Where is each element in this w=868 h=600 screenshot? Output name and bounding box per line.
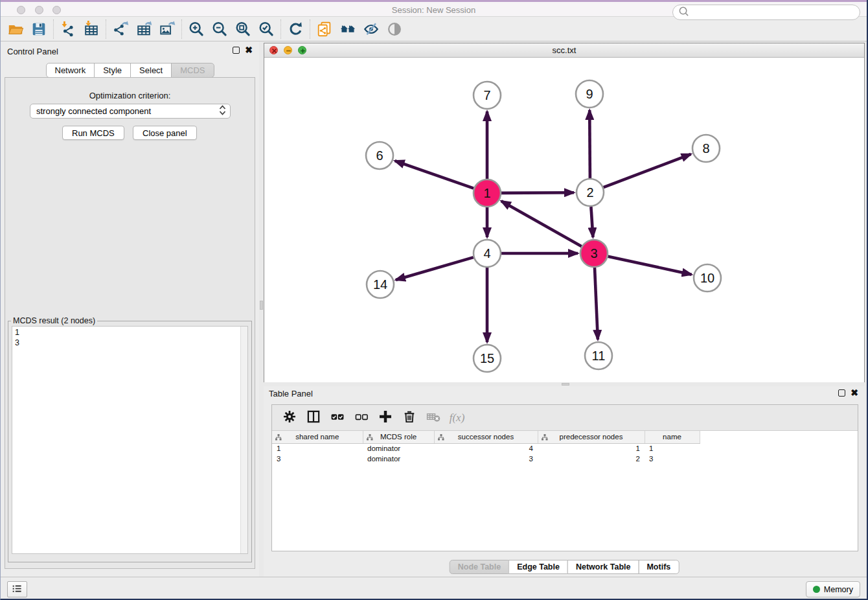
search-input[interactable] xyxy=(692,8,854,17)
column-header-shared-name[interactable]: shared name xyxy=(272,431,363,443)
close-panel-button[interactable]: Close panel xyxy=(133,126,197,140)
column-header-successor-nodes[interactable]: successor nodes xyxy=(434,431,538,443)
delete-column-button[interactable] xyxy=(397,407,421,429)
table-row[interactable]: 1dominator411 xyxy=(272,443,700,454)
edge-1-6[interactable] xyxy=(395,161,474,189)
cell-1-0[interactable]: 3 xyxy=(272,454,363,464)
function-builder-button[interactable]: f(x) xyxy=(445,407,469,429)
save-session-button[interactable] xyxy=(27,18,51,40)
graph-node-8[interactable]: 8 xyxy=(692,135,720,162)
table-panel-float-icon[interactable] xyxy=(838,389,845,397)
show-all-icon xyxy=(386,21,403,38)
open-session-button[interactable] xyxy=(4,18,27,40)
memory-button[interactable]: Memory xyxy=(806,581,860,597)
zoom-out-button[interactable] xyxy=(208,18,231,40)
graph-node-2[interactable]: 2 xyxy=(577,179,604,206)
cell-1-2[interactable]: 3 xyxy=(434,454,538,464)
show-all-button[interactable] xyxy=(383,18,406,40)
table-panel-close-icon[interactable]: ✖ xyxy=(851,389,858,397)
edge-2-3[interactable] xyxy=(591,207,593,237)
cell-1-3[interactable]: 2 xyxy=(538,454,645,464)
graph-node-10[interactable]: 10 xyxy=(694,264,721,292)
tab-motifs[interactable]: Motifs xyxy=(638,560,679,574)
settings-gear-button[interactable] xyxy=(277,407,301,429)
control-panel-close-icon[interactable]: ✖ xyxy=(245,47,253,54)
svg-text:8: 8 xyxy=(702,141,709,156)
cell-0-4[interactable]: 1 xyxy=(645,443,700,454)
tab-network[interactable]: Network xyxy=(45,63,95,78)
deselect-all-columns-button[interactable] xyxy=(349,407,373,429)
network-canvas[interactable]: 1234678910111415 xyxy=(264,58,864,382)
optimization-criterion-label: Optimization criterion: xyxy=(5,91,255,100)
tab-network-table[interactable]: Network Table xyxy=(567,560,639,574)
edge-2-8[interactable] xyxy=(604,154,691,187)
graph-node-9[interactable]: 9 xyxy=(576,80,603,108)
tab-style[interactable]: Style xyxy=(94,63,131,78)
hide-selected-button[interactable] xyxy=(360,18,383,40)
add-column-button[interactable] xyxy=(373,407,397,429)
zoom-selected-button[interactable] xyxy=(255,18,278,40)
result-scrollbar[interactable] xyxy=(240,327,247,553)
import-table-button[interactable] xyxy=(80,18,103,40)
zoom-fit-icon xyxy=(234,21,251,38)
criterion-dropdown-value: strongly connected component xyxy=(36,106,219,116)
graph-node-15[interactable]: 15 xyxy=(474,345,501,372)
zoom-in-button[interactable] xyxy=(185,18,208,40)
graph-node-14[interactable]: 14 xyxy=(367,271,394,298)
mcds-result-box: MCDS result (2 nodes) 1 3 xyxy=(8,316,252,562)
export-table-button[interactable] xyxy=(132,18,155,40)
export-image-button[interactable] xyxy=(155,18,179,40)
cell-0-0[interactable]: 1 xyxy=(272,443,363,454)
cell-0-3[interactable]: 1 xyxy=(538,443,645,454)
tab-select[interactable]: Select xyxy=(130,63,172,78)
node-table-container: f(x) shared nameMCDS rolesuccessor nodes… xyxy=(271,404,858,551)
graph-node-1[interactable]: 1 xyxy=(474,179,501,207)
refresh-button[interactable] xyxy=(284,18,307,40)
cell-0-1[interactable]: dominator xyxy=(363,443,434,454)
import-table-icon xyxy=(83,21,100,38)
graph-node-6[interactable]: 6 xyxy=(366,142,393,169)
task-history-button[interactable] xyxy=(7,581,27,597)
import-network-icon xyxy=(60,21,76,38)
graph-node-4[interactable]: 4 xyxy=(474,240,501,267)
column-tree-icon xyxy=(275,434,282,442)
main-toolbar xyxy=(1,17,867,41)
edge-3-11[interactable] xyxy=(595,268,598,340)
network-graph[interactable]: 1234678910111415 xyxy=(264,58,864,382)
export-network-button[interactable] xyxy=(109,18,132,40)
network-window-titlebar[interactable]: scc.txt xyxy=(264,43,864,58)
control-panel-float-icon[interactable] xyxy=(233,47,240,54)
graph-node-11[interactable]: 11 xyxy=(585,342,612,369)
zoom-fit-button[interactable] xyxy=(231,18,255,40)
cell-1-1[interactable]: dominator xyxy=(363,454,434,464)
vertical-splitter[interactable] xyxy=(259,41,264,577)
edge-1-2[interactable] xyxy=(501,192,574,193)
edge-2-9[interactable] xyxy=(589,110,590,178)
edge-4-14[interactable] xyxy=(396,257,474,280)
edge-3-10[interactable] xyxy=(608,257,692,275)
column-header-name[interactable]: name xyxy=(645,431,700,443)
column-header-predecessor-nodes[interactable]: predecessor nodes xyxy=(538,431,645,443)
import-network-button[interactable] xyxy=(56,18,80,40)
cell-0-2[interactable]: 4 xyxy=(434,443,538,454)
search-box[interactable] xyxy=(672,5,860,20)
tab-edge-table[interactable]: Edge Table xyxy=(508,560,568,574)
node-table[interactable]: shared nameMCDS rolesuccessor nodesprede… xyxy=(272,431,700,464)
select-all-columns-button[interactable] xyxy=(325,407,349,429)
graph-node-3[interactable]: 3 xyxy=(580,240,608,267)
export-table-icon xyxy=(135,21,152,38)
tab-node-table[interactable]: Node Table xyxy=(450,560,509,574)
new-network-from-selection-button[interactable] xyxy=(313,18,336,40)
first-neighbors-button[interactable] xyxy=(336,18,360,40)
criterion-dropdown[interactable]: strongly connected component xyxy=(30,104,231,119)
tab-mcds[interactable]: MCDS xyxy=(171,63,214,78)
cell-1-4[interactable]: 3 xyxy=(645,454,700,464)
run-mcds-button[interactable]: Run MCDS xyxy=(62,126,124,140)
column-header-MCDS-role[interactable]: MCDS role xyxy=(363,431,434,443)
delete-table-button[interactable] xyxy=(421,407,445,429)
table-row[interactable]: 3dominator323 xyxy=(272,454,700,464)
edge-3-1[interactable] xyxy=(501,201,582,246)
table-tabs: Node TableEdge TableNetwork TableMotifs xyxy=(450,560,680,574)
graph-node-7[interactable]: 7 xyxy=(474,82,501,109)
split-view-button[interactable] xyxy=(301,407,325,429)
